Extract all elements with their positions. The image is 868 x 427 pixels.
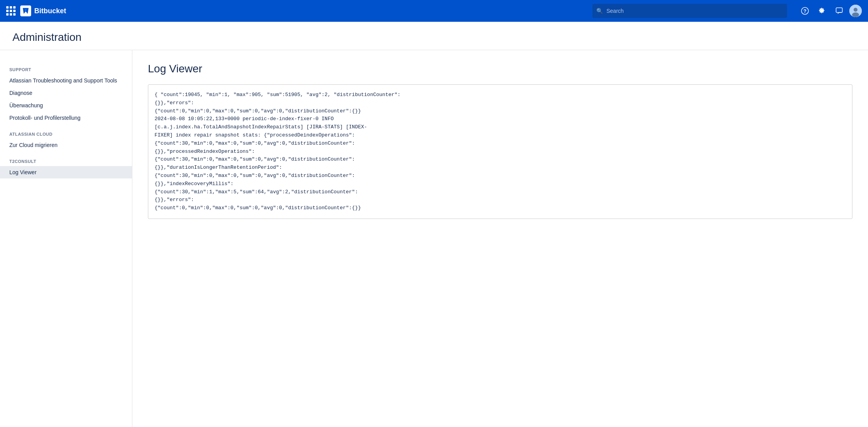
main-layout: SUPPORT Atlassian Troubleshooting and Su… xyxy=(0,50,868,427)
sidebar-item-uberwachung[interactable]: Überwachung xyxy=(0,99,132,112)
search-container: 🔍 xyxy=(592,4,787,18)
sidebar-item-troubleshooting[interactable]: Atlassian Troubleshooting and Support To… xyxy=(0,74,132,87)
page-title: Administration xyxy=(12,31,856,44)
user-avatar[interactable] xyxy=(849,5,862,17)
sidebar-item-diagnose[interactable]: Diagnose xyxy=(0,87,132,99)
settings-button[interactable] xyxy=(815,4,829,18)
svg-point-5 xyxy=(852,12,859,17)
content-title: Log Viewer xyxy=(148,63,852,75)
sidebar-item-cloud-migration[interactable]: Zur Cloud migrieren xyxy=(0,139,132,151)
main-content: Log Viewer { "count":19045, "min":1, "ma… xyxy=(132,50,868,427)
chat-button[interactable] xyxy=(832,4,846,18)
sidebar: SUPPORT Atlassian Troubleshooting and Su… xyxy=(0,50,132,427)
svg-rect-2 xyxy=(836,8,842,12)
svg-point-4 xyxy=(854,8,857,12)
sidebar-item-log-viewer[interactable]: Log Viewer xyxy=(0,166,132,178)
sidebar-item-protokoll[interactable]: Protokoll- und Profilerstellung xyxy=(0,112,132,124)
search-input[interactable] xyxy=(592,4,787,18)
sidebar-section-support: SUPPORT xyxy=(0,64,132,74)
app-switcher-icon[interactable] xyxy=(6,6,16,16)
sidebar-section-cloud: ATLASSIAN CLOUD xyxy=(0,129,132,139)
svg-text:?: ? xyxy=(803,8,807,14)
help-button[interactable]: ? xyxy=(798,4,812,18)
top-navigation: Bitbucket 🔍 ? xyxy=(0,0,868,22)
log-viewer-box[interactable]: { "count":19045, "min":1, "max":905, "su… xyxy=(148,84,852,219)
search-icon: 🔍 xyxy=(596,8,603,14)
page-header: Administration xyxy=(0,22,868,50)
topnav-actions: ? xyxy=(798,4,862,18)
bitbucket-logo-icon xyxy=(20,5,31,16)
sidebar-section-t2consult: T2CONSULT xyxy=(0,156,132,166)
bitbucket-logo[interactable]: Bitbucket xyxy=(20,5,66,16)
logo-text: Bitbucket xyxy=(34,7,66,15)
